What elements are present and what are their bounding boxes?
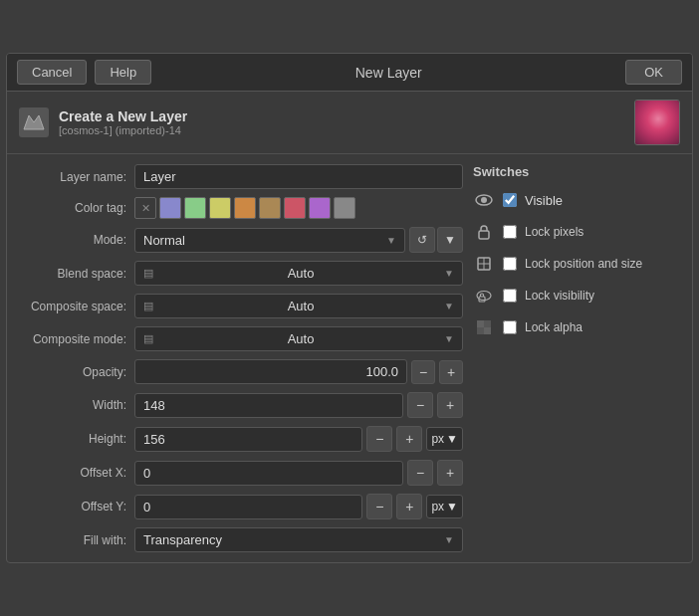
lock-visibility-icon (473, 285, 495, 307)
height-label: Height: (17, 432, 126, 446)
lock-pixels-row: Lock pixels (473, 221, 682, 243)
lock-visibility-label: Lock visibility (525, 289, 594, 303)
layer-name-row: Layer name: (17, 164, 463, 189)
lock-pixels-label: Lock pixels (525, 225, 583, 239)
layer-name-input[interactable] (134, 164, 463, 189)
offset-y-row: Offset Y: − + px ▼ (17, 494, 463, 519)
width-row: Width: − + (17, 392, 463, 418)
height-unit-arrow-icon: ▼ (446, 432, 458, 446)
visible-label: Visible (525, 193, 563, 208)
ok-button[interactable]: OK (625, 60, 682, 85)
offset-x-input[interactable] (134, 461, 403, 486)
mode-label: Mode: (17, 233, 126, 247)
svg-rect-3 (479, 231, 489, 239)
visible-switch-row: Visible (473, 189, 682, 211)
height-increase-button[interactable]: + (396, 426, 422, 452)
composite-space-select[interactable]: ▤ Auto ▼ (134, 294, 463, 318)
color-swatch-orange[interactable] (234, 197, 256, 219)
opacity-label: Opacity: (17, 365, 126, 379)
mode-row: Mode: Normal ▼ ↺ ▼ (17, 227, 463, 253)
lock-alpha-label: Lock alpha (525, 320, 582, 334)
header-text: Create a New Layer [cosmos-1] (imported)… (59, 108, 624, 136)
krita-logo-icon (19, 107, 49, 137)
blend-space-arrow-icon: ▼ (444, 268, 454, 279)
dialog-header: Create a New Layer [cosmos-1] (imported)… (7, 92, 692, 154)
mode-controls: Normal ▼ ↺ ▼ (134, 227, 463, 253)
mode-arrow-icon: ▼ (386, 235, 396, 246)
offset-y-unit-select[interactable]: px ▼ (426, 495, 463, 518)
lock-pixels-icon (473, 221, 495, 243)
offset-x-label: Offset X: (17, 466, 126, 480)
offset-y-unit-arrow-icon: ▼ (446, 500, 458, 513)
flower-image (635, 101, 680, 145)
layer-name-label: Layer name: (17, 170, 126, 184)
composite-mode-label: Composite mode: (17, 332, 126, 346)
offset-y-controls: − + px ▼ (134, 494, 463, 519)
width-increase-button[interactable]: + (437, 392, 463, 418)
lock-position-checkbox[interactable] (503, 257, 517, 271)
mode-select[interactable]: Normal ▼ (134, 228, 405, 253)
color-swatch-yellow[interactable] (209, 197, 231, 219)
height-input[interactable] (134, 427, 362, 452)
lock-visibility-row: Lock visibility (473, 285, 682, 307)
dialog-title: New Layer (159, 65, 617, 81)
offset-x-controls: − + (134, 460, 463, 486)
blend-space-row: Blend space: ▤ Auto ▼ (17, 261, 463, 286)
height-controls: − + px ▼ (134, 426, 463, 452)
fill-with-select[interactable]: Transparency ▼ (134, 527, 463, 552)
lock-alpha-checkbox[interactable] (503, 320, 517, 334)
lock-pixels-checkbox[interactable] (503, 225, 517, 239)
offset-x-increase-button[interactable]: + (437, 460, 463, 486)
offset-y-increase-button[interactable]: + (396, 494, 422, 519)
composite-space-row: Composite space: ▤ Auto ▼ (17, 294, 463, 318)
fill-with-row: Fill with: Transparency ▼ (17, 527, 463, 552)
color-tags-container: ✕ (134, 197, 463, 219)
offset-y-label: Offset Y: (17, 500, 126, 513)
svg-rect-9 (477, 320, 484, 327)
width-decrease-button[interactable]: − (407, 392, 433, 418)
help-button[interactable]: Help (95, 60, 151, 85)
no-color-tag-button[interactable]: ✕ (134, 197, 156, 219)
offset-x-row: Offset X: − + (17, 460, 463, 486)
color-swatch-brown[interactable] (259, 197, 281, 219)
opacity-decrease-button[interactable]: − (411, 360, 435, 384)
new-layer-dialog: Cancel Help New Layer OK Create a New La… (6, 53, 693, 563)
color-swatch-blue[interactable] (159, 197, 181, 219)
mode-extra-button[interactable]: ▼ (437, 227, 463, 253)
reset-mode-button[interactable]: ↺ (409, 227, 435, 253)
height-decrease-button[interactable]: − (366, 426, 392, 452)
switches-panel: Switches Visible (473, 164, 682, 552)
composite-mode-arrow-icon: ▼ (444, 333, 454, 344)
offset-y-decrease-button[interactable]: − (366, 494, 392, 519)
composite-mode-select[interactable]: ▤ Auto ▼ (134, 326, 463, 351)
blend-space-select[interactable]: ▤ Auto ▼ (134, 261, 463, 286)
fill-with-arrow-icon: ▼ (444, 534, 454, 545)
height-unit-select[interactable]: px ▼ (426, 427, 463, 451)
opacity-increase-button[interactable]: + (439, 360, 463, 384)
svg-rect-12 (484, 327, 491, 334)
titlebar: Cancel Help New Layer OK (7, 54, 692, 92)
layer-subtitle: [cosmos-1] (imported)-14 (59, 124, 624, 136)
width-label: Width: (17, 398, 126, 412)
lock-visibility-checkbox[interactable] (503, 289, 517, 303)
visible-checkbox[interactable] (503, 193, 517, 207)
lock-position-label: Lock position and size (525, 257, 642, 271)
height-row: Height: − + px ▼ (17, 426, 463, 452)
color-swatch-purple[interactable] (309, 197, 331, 219)
visible-icon (473, 189, 495, 211)
width-input[interactable] (134, 393, 403, 418)
offset-y-input[interactable] (134, 495, 362, 519)
offset-y-unit-value: px (431, 500, 444, 513)
opacity-input[interactable] (134, 359, 407, 384)
layer-thumbnail (634, 100, 680, 145)
fill-with-value: Transparency (143, 532, 222, 547)
svg-rect-10 (484, 320, 491, 327)
color-swatch-green[interactable] (184, 197, 206, 219)
offset-x-decrease-button[interactable]: − (407, 460, 433, 486)
color-swatch-red[interactable] (284, 197, 306, 219)
dialog-body: Layer name: Color tag: ✕ (7, 154, 692, 562)
svg-point-2 (481, 197, 487, 203)
composite-space-arrow-icon: ▼ (444, 301, 454, 311)
color-swatch-gray[interactable] (334, 197, 355, 219)
cancel-button[interactable]: Cancel (17, 60, 87, 85)
